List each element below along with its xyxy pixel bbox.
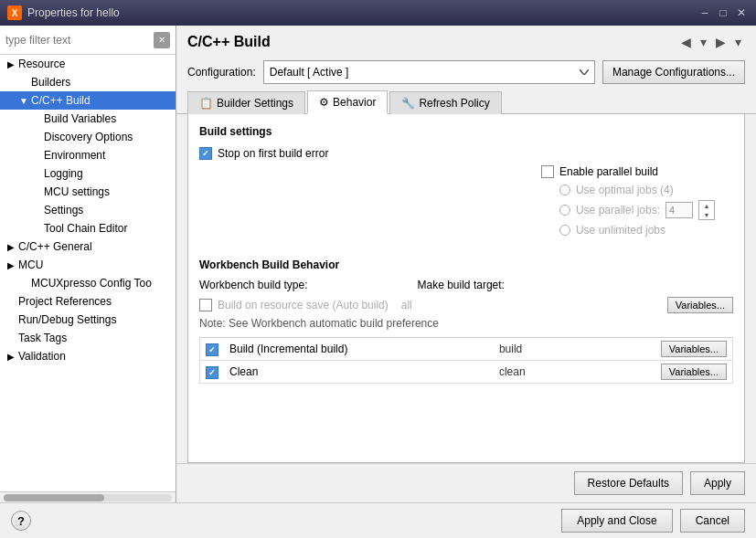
body-row: ✕ ▶ Resource Builders ▼ C/C++ Build Bu [0, 26, 756, 502]
sidebar-item-label: Tool Chain Editor [44, 222, 127, 235]
panel-header: C/C++ Build ◀ ▾ ▶ ▾ [176, 26, 756, 55]
manage-configurations-button[interactable]: Manage Configurations... [602, 60, 745, 84]
sidebar-item-tool-chain-editor[interactable]: Tool Chain Editor [0, 219, 176, 237]
expand-arrow: ▶ [5, 241, 16, 252]
tab-label: Refresh Policy [419, 97, 489, 110]
sidebar-item-label: Build Variables [44, 112, 116, 125]
sidebar-item-task-tags[interactable]: Task Tags [0, 329, 176, 347]
use-unlimited-label: Use unlimited jobs [576, 224, 665, 237]
sidebar-item-build-variables[interactable]: Build Variables [0, 110, 176, 128]
tab-builder-settings[interactable]: 📋 Builder Settings [187, 91, 305, 114]
enable-parallel-row: Enable parallel build [541, 165, 715, 178]
autobuild-variables-button[interactable]: Variables... [667, 297, 733, 313]
nav-forward-button[interactable]: ▶ [712, 33, 729, 51]
sidebar-item-project-references[interactable]: Project References [0, 292, 176, 311]
config-select[interactable]: Default [ Active ] [263, 60, 595, 84]
use-parallel-radio [559, 205, 570, 216]
incremental-variables-button[interactable]: Variables... [661, 341, 727, 357]
sidebar-item-label: Task Tags [18, 332, 67, 344]
sidebar: ✕ ▶ Resource Builders ▼ C/C++ Build Bu [0, 26, 176, 502]
sidebar-item-environment[interactable]: Environment [0, 146, 176, 164]
nav-back-button[interactable]: ◀ [677, 33, 695, 51]
sidebar-item-discovery-options[interactable]: Discovery Options [0, 128, 176, 146]
sidebar-item-label: Discovery Options [44, 131, 133, 143]
autobuild-value: all [401, 299, 412, 311]
tabs-bar: 📋 Builder Settings ⚙ Behavior 🔧 Refresh … [176, 90, 756, 114]
apply-button[interactable]: Apply [690, 471, 745, 495]
help-button[interactable]: ? [11, 511, 31, 531]
enable-parallel-checkbox[interactable] [541, 165, 554, 178]
incremental-checkbox[interactable] [206, 343, 218, 356]
autobuild-row: Build on resource save (Auto build) all … [199, 297, 733, 313]
sidebar-item-label: Validation [18, 350, 66, 363]
use-optimal-row: Use optimal jobs (4) [559, 184, 715, 196]
minimize-button[interactable]: – [697, 5, 712, 20]
sidebar-item-builders[interactable]: Builders [0, 73, 176, 91]
expand-arrow [31, 132, 42, 142]
sidebar-item-run-debug[interactable]: Run/Debug Settings [0, 311, 176, 329]
sidebar-item-label: Settings [44, 204, 83, 216]
restore-defaults-button[interactable]: Restore Defaults [574, 471, 683, 495]
search-input[interactable] [5, 34, 154, 47]
bottom-right-buttons: Apply and Close Cancel [561, 509, 745, 533]
sidebar-item-resource[interactable]: ▶ Resource [0, 55, 176, 73]
clean-checkbox[interactable] [206, 366, 218, 379]
close-button[interactable]: ✕ [734, 5, 749, 20]
sidebar-item-label: Logging [44, 167, 83, 180]
tab-label: Builder Settings [217, 97, 293, 110]
autobuild-checkbox[interactable] [199, 299, 212, 311]
nav-menu-button[interactable]: ▾ [731, 33, 745, 51]
builder-settings-icon: 📋 [199, 97, 213, 110]
tab-behavior[interactable]: ⚙ Behavior [307, 90, 388, 114]
scrollbar-track [4, 494, 172, 501]
parallel-jobs-spinner: ▲ ▼ [698, 200, 715, 220]
panel-title: C/C++ Build [187, 34, 271, 50]
expand-arrow [18, 77, 29, 88]
type-header: Workbench build type: [199, 279, 308, 291]
parallel-options: Use optimal jobs (4) Use parallel jobs: … [559, 184, 715, 237]
tab-refresh-policy[interactable]: 🔧 Refresh Policy [389, 91, 501, 114]
sidebar-item-mcu-settings[interactable]: MCU settings [0, 183, 176, 201]
enable-parallel-label: Enable parallel build [559, 165, 658, 178]
tab-label: Behavior [333, 96, 376, 109]
apply-and-close-button[interactable]: Apply and Close [561, 509, 672, 533]
sidebar-item-mcuxpresso[interactable]: MCUXpresso Config Too [0, 274, 176, 292]
maximize-button[interactable]: □ [716, 5, 730, 20]
sidebar-item-label: Environment [44, 149, 105, 162]
clean-checkbox-cell [200, 361, 225, 384]
expand-arrow: ▶ [5, 259, 16, 270]
use-unlimited-row: Use unlimited jobs [559, 224, 715, 237]
sidebar-item-cpp-general[interactable]: ▶ C/C++ General [0, 237, 176, 256]
config-row: Configuration: Default [ Active ] Manage… [176, 55, 756, 90]
use-optimal-radio [559, 185, 570, 195]
expand-arrow [31, 113, 42, 124]
tree: ▶ Resource Builders ▼ C/C++ Build Build … [0, 55, 176, 491]
incremental-checkbox-cell [200, 338, 225, 361]
nav-dropdown-button[interactable]: ▾ [697, 33, 710, 51]
search-clear-button[interactable]: ✕ [154, 32, 170, 48]
sidebar-item-settings[interactable]: Settings [0, 201, 176, 219]
clean-label: Clean [229, 365, 258, 378]
bottom-bar: ? Apply and Close Cancel [0, 502, 756, 538]
config-label: Configuration: [187, 66, 256, 79]
titlebar-title: Properties for hello [27, 6, 120, 19]
autobuild-label: Build on resource save (Auto build) [218, 299, 389, 311]
incremental-label: Build (Incremental build) [229, 343, 347, 355]
sidebar-item-cpp-build[interactable]: ▼ C/C++ Build [0, 91, 176, 110]
cancel-button[interactable]: Cancel [680, 509, 745, 533]
table-row: Build (Incremental build) build Variable… [200, 338, 733, 361]
main-container: ✕ ▶ Resource Builders ▼ C/C++ Build Bu [0, 26, 756, 538]
sidebar-item-mcu[interactable]: ▶ MCU [0, 256, 176, 274]
titlebar-controls: – □ ✕ [697, 5, 749, 20]
parallel-jobs-input [665, 202, 693, 218]
clean-label-cell: Clean [224, 361, 494, 384]
expand-arrow [31, 186, 42, 197]
expand-arrow [31, 205, 42, 216]
sidebar-item-validation[interactable]: ▶ Validation [0, 347, 176, 365]
clean-variables-button[interactable]: Variables... [661, 364, 727, 380]
titlebar: X Properties for hello – □ ✕ [0, 0, 756, 26]
sidebar-item-logging[interactable]: Logging [0, 164, 176, 183]
stop-on-error-checkbox[interactable] [199, 147, 212, 160]
sidebar-scrollbar [0, 491, 176, 502]
sidebar-item-label: Resource [18, 58, 65, 70]
